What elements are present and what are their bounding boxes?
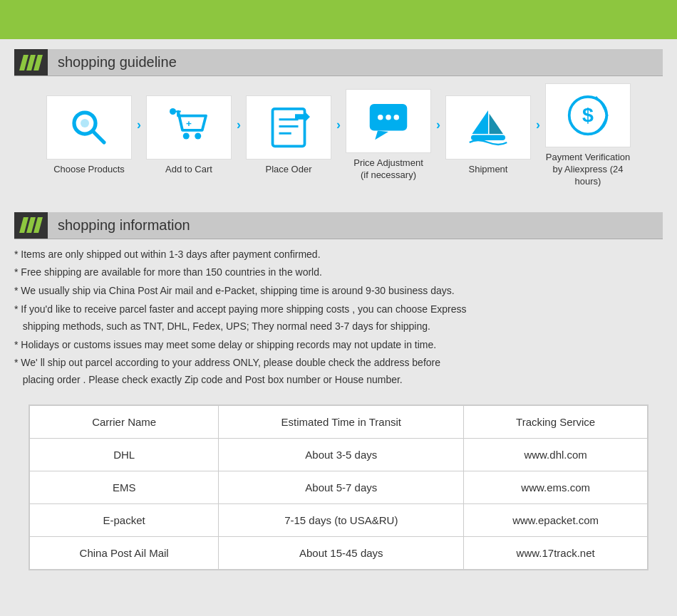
shipping-table: Carrier Name Estimated Time in Transit T…: [29, 405, 648, 570]
table-header-row: Carrier Name Estimated Time in Transit T…: [30, 406, 648, 439]
info-line-4: * If you'd like to receive parcel faster…: [14, 301, 663, 335]
svg-point-5: [183, 132, 190, 139]
header-accent: [14, 49, 48, 75]
ship-icon: [467, 106, 510, 149]
table-row: E-packet 7-15 days (to USA&RU) www.epack…: [30, 504, 648, 537]
svg-marker-18: [490, 113, 504, 134]
step-label-5: Shipment: [469, 164, 508, 176]
cart-icon: +: [167, 106, 210, 149]
step-label-6: Payment Verificationby Aliexpress (24 ho…: [542, 152, 634, 188]
transit-ems: About 5-7 days: [219, 471, 464, 504]
order-icon: [267, 106, 310, 149]
svg-text:+: +: [186, 118, 192, 128]
header-accent-2: [14, 212, 48, 239]
svg-point-2: [81, 119, 89, 127]
svg-point-15: [386, 115, 391, 120]
col-header-tracking: Tracking Service: [464, 406, 648, 439]
guideline-header: shopping guideline: [14, 49, 663, 75]
step-label-4: Price Adjustment(if necessary): [353, 157, 423, 182]
tracking-epacket: www.epacket.com: [464, 504, 648, 537]
step-label-2: Add to Cart: [165, 164, 212, 176]
step-choose-products: Choose Products: [43, 95, 135, 176]
step-box-3: [246, 95, 331, 160]
step-box-2: +: [146, 95, 232, 160]
shipping-table-container: Carrier Name Estimated Time in Transit T…: [29, 404, 648, 570]
svg-point-16: [394, 115, 400, 120]
svg-rect-19: [471, 135, 505, 140]
carrier-china-post: China Post Ail Mail: [30, 537, 219, 570]
search-icon: [68, 106, 110, 149]
info-line-6: * We' ll ship out parcel according to yo…: [14, 355, 663, 389]
step-box-5: [445, 95, 531, 160]
arrow-5: ›: [536, 118, 540, 132]
step-shipment: Shipment: [442, 95, 534, 176]
information-header: shopping information: [14, 212, 663, 239]
arrow-2: ›: [237, 118, 241, 132]
table-row: China Post Ail Mail About 15-45 days www…: [30, 537, 648, 570]
info-line-3: * We usually ship via China Post Air mai…: [14, 283, 663, 300]
arrow-4: ›: [436, 118, 440, 132]
chat-icon: [367, 100, 410, 142]
svg-point-14: [378, 115, 383, 120]
col-header-transit: Estimated Time in Transit: [219, 406, 464, 439]
accent-stripes: [21, 55, 41, 71]
accent-stripes-2: [21, 217, 41, 233]
arrow-3: ›: [336, 118, 341, 132]
svg-point-6: [195, 132, 201, 139]
steps-container: Choose Products › + Add to Cart ›: [0, 76, 677, 202]
step-label-3: Place Oder: [265, 164, 311, 176]
tracking-ems: www.ems.com: [464, 471, 648, 504]
info-line-1: * Items are only shipped out within 1-3 …: [14, 246, 663, 263]
carrier-epacket: E-packet: [30, 504, 219, 537]
tracking-china-post: www.17track.net: [464, 537, 648, 570]
transit-epacket: 7-15 days (to USA&RU): [219, 504, 464, 537]
table-row: DHL About 3-5 days www.dhl.com: [30, 439, 648, 471]
carrier-dhl: DHL: [30, 439, 219, 471]
col-header-carrier: Carrier Name: [30, 406, 219, 439]
step-price-adjustment: Price Adjustment(if necessary): [342, 89, 435, 182]
transit-dhl: About 3-5 days: [219, 439, 464, 471]
info-text-block: * Items are only shipped out within 1-3 …: [0, 239, 677, 397]
step-box-6: $: [545, 83, 631, 147]
tracking-dhl: www.dhl.com: [464, 439, 648, 471]
info-line-2: * Free shipping are available for more t…: [14, 264, 663, 281]
svg-marker-17: [472, 110, 489, 134]
arrow-1: ›: [137, 118, 141, 132]
svg-line-1: [93, 131, 104, 142]
payment-icon: $: [567, 94, 609, 137]
svg-text:$: $: [582, 103, 594, 126]
step-label-1: Choose Products: [53, 164, 125, 176]
carrier-ems: EMS: [30, 471, 219, 504]
green-banner: [0, 0, 677, 39]
table-row: EMS About 5-7 days www.ems.com: [30, 471, 648, 504]
information-title: shopping information: [48, 212, 663, 239]
step-place-order: Place Oder: [242, 95, 335, 176]
step-box-4: [346, 89, 431, 153]
step-add-to-cart: + Add to Cart: [143, 95, 235, 176]
step-payment-verification: $ Payment Verificationby Aliexpress (24 …: [542, 83, 634, 188]
info-line-5: * Holidays or customs issues may meet so…: [14, 337, 663, 354]
svg-marker-13: [375, 131, 388, 140]
transit-china-post: About 15-45 days: [219, 537, 464, 570]
guideline-title: shopping guideline: [48, 49, 663, 75]
step-box-1: [46, 95, 132, 160]
